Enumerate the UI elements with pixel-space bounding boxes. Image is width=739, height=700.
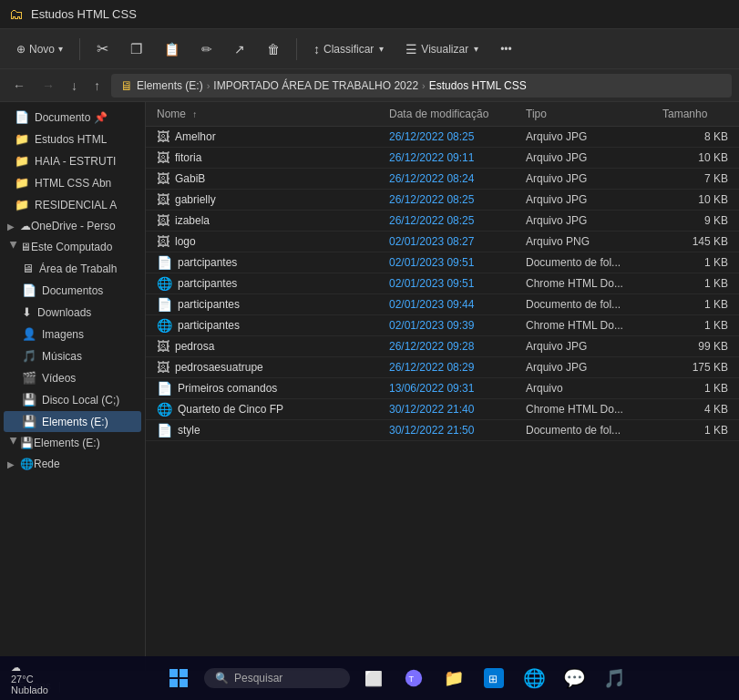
sidebar-item-documentos[interactable]: 📄 Documentos xyxy=(4,280,141,301)
explorer-icon[interactable]: 📁 xyxy=(437,662,470,695)
table-row[interactable]: 🖼 Amelhor 26/12/2022 08:25 Arquivo JPG 8… xyxy=(146,127,739,148)
file-size-cell: 1 KB xyxy=(659,319,732,332)
file-size-cell: 10 KB xyxy=(659,193,732,206)
jpg-file-icon: 🖼 xyxy=(157,339,169,354)
file-date: 26/12/2022 08:24 xyxy=(389,172,474,185)
file-name-cell: 🖼 fitoria xyxy=(153,150,385,165)
file-date-cell: 26/12/2022 08:29 xyxy=(385,361,522,374)
jpg-file-icon: 🖼 xyxy=(157,360,169,375)
delete-button[interactable]: 🗑 xyxy=(258,37,289,61)
table-row[interactable]: 🌐 participantes 02/01/2023 09:39 Chrome … xyxy=(146,315,739,336)
paste-button[interactable]: 📋 xyxy=(155,37,189,61)
sidebar-item-onedrive[interactable]: ▶ ☁ OneDrive - Perso xyxy=(4,216,141,236)
file-type: Documento de fol... xyxy=(526,424,621,437)
sidebar-item-este-computador[interactable]: ▶ 🖥 Este Computado xyxy=(4,237,141,257)
sidebar-item-elements-e-root[interactable]: ▶ 💾 Elements (E:) xyxy=(4,433,141,453)
whatsapp-icon[interactable]: 💬 xyxy=(558,662,590,695)
cut-button[interactable]: ✂ xyxy=(87,36,118,62)
file-type: Arquivo JPG xyxy=(526,172,587,185)
sidebar-item-area-trabalho[interactable]: 🖥 Área de Trabalh xyxy=(4,258,141,279)
file-name: logo xyxy=(175,235,196,248)
sidebar-item-haia[interactable]: 📁 HAIA - ESTRUTI xyxy=(4,150,141,171)
file-name: Primeiros comandos xyxy=(178,382,277,395)
file-date: 26/12/2022 08:25 xyxy=(389,130,474,143)
sidebar-item-musicas[interactable]: 🎵 Músicas xyxy=(4,345,141,366)
share-button[interactable]: ↗ xyxy=(225,37,254,61)
new-button[interactable]: ⊕ Novo ▾ xyxy=(7,38,72,60)
file-name-cell: 📄 partcipantes xyxy=(153,255,385,270)
col-header-nome[interactable]: Nome ↑ xyxy=(153,108,385,120)
table-row[interactable]: 📄 participantes 02/01/2023 09:44 Documen… xyxy=(146,294,739,315)
file-type: Documento de fol... xyxy=(526,298,621,311)
chrome-icon[interactable]: 🌐 xyxy=(518,662,550,695)
sidebar-item-imagens[interactable]: 👤 Imagens xyxy=(4,324,141,345)
col-header-data[interactable]: Data de modificação xyxy=(385,108,522,120)
breadcrumb-importado[interactable]: IMPORTADO ÁREA DE TRABALHO 2022 xyxy=(213,79,418,92)
file-name: pedrosa xyxy=(175,340,214,353)
table-row[interactable]: 🖼 gabrielly 26/12/2022 08:25 Arquivo JPG… xyxy=(146,190,739,211)
file-type: Documento de fol... xyxy=(526,256,621,269)
table-row[interactable]: 📄 style 30/12/2022 21:50 Documento de fo… xyxy=(146,420,739,441)
file-size: 4 KB xyxy=(704,403,728,416)
down-button[interactable]: ↓ xyxy=(66,75,83,97)
back-button[interactable]: ← xyxy=(7,75,31,97)
up-button[interactable]: ↑ xyxy=(88,75,106,97)
sidebar-item-videos[interactable]: 🎬 Vídeos xyxy=(4,367,141,388)
estudos-html-icon: 📁 xyxy=(15,132,29,146)
col-header-tamanho[interactable]: Tamanho xyxy=(659,108,732,120)
task-view-button[interactable]: ⬜ xyxy=(357,662,390,695)
sidebar-item-elements-e-nested[interactable]: 💾 Elements (E:) xyxy=(4,411,141,432)
breadcrumb[interactable]: 🖥 Elements (E:) › IMPORTADO ÁREA DE TRAB… xyxy=(111,74,732,98)
sort-button[interactable]: ↕ Classificar xyxy=(304,37,393,61)
file-type-cell: Documento de fol... xyxy=(522,256,659,269)
table-row[interactable]: 🖼 izabela 26/12/2022 08:25 Arquivo JPG 9… xyxy=(146,211,739,232)
toolbar-separator-2 xyxy=(296,38,297,60)
file-date-cell: 02/01/2023 08:27 xyxy=(385,235,522,248)
rename-button[interactable]: ✏ xyxy=(192,37,221,61)
table-row[interactable]: 📄 partcipantes 02/01/2023 09:51 Document… xyxy=(146,252,739,273)
new-dropdown-icon: ▾ xyxy=(58,44,63,54)
view-button[interactable]: ☰ Visualizar xyxy=(396,37,488,61)
spotify-icon[interactable]: 🎵 xyxy=(598,662,631,695)
table-row[interactable]: 📄 Primeiros comandos 13/06/2022 09:31 Ar… xyxy=(146,378,739,399)
file-name-cell: 🖼 logo xyxy=(153,234,385,249)
sidebar-item-estudos-html[interactable]: 📁 Estudos HTML xyxy=(4,129,141,149)
table-row[interactable]: 🖼 fitoria 26/12/2022 09:11 Arquivo JPG 1… xyxy=(146,148,739,169)
search-text: Pesquisar xyxy=(234,672,282,685)
file-type: Arquivo PNG xyxy=(526,235,590,248)
search-bar[interactable]: 🔍 Pesquisar xyxy=(204,668,350,688)
sidebar-item-downloads[interactable]: ⬇ Downloads xyxy=(4,302,141,323)
sidebar-item-documento-pin[interactable]: 📄 Documento 📌 xyxy=(4,107,141,128)
sidebar-item-rede[interactable]: ▶ 🌐 Rede xyxy=(4,454,141,474)
titlebar-title: Estudos HTML CSS xyxy=(31,7,137,21)
file-type: Arquivo JPG xyxy=(526,151,587,164)
doc-file-icon: 📄 xyxy=(157,255,172,270)
table-row[interactable]: 🖼 pedrosa 26/12/2022 09:28 Arquivo JPG 9… xyxy=(146,336,739,357)
sidebar-item-html-css[interactable]: 📁 HTML CSS Abn xyxy=(4,172,141,193)
file-type-cell: Documento de fol... xyxy=(522,424,659,437)
table-row[interactable]: 🌐 partcipantes 02/01/2023 09:51 Chrome H… xyxy=(146,273,739,294)
documentos-icon: 📄 xyxy=(22,283,36,297)
more-button[interactable]: ••• xyxy=(491,38,521,60)
table-row[interactable]: 🖼 GabiB 26/12/2022 08:24 Arquivo JPG 7 K… xyxy=(146,169,739,190)
col-header-tipo[interactable]: Tipo xyxy=(522,108,659,120)
copy-button[interactable]: ❐ xyxy=(121,36,151,62)
teams-icon[interactable]: T xyxy=(397,662,430,695)
forward-button[interactable]: → xyxy=(36,75,60,97)
file-type: Arquivo JPG xyxy=(526,361,587,374)
table-row[interactable]: 🌐 Quarteto de Cinco FP 30/12/2022 21:40 … xyxy=(146,399,739,420)
table-row[interactable]: 🖼 logo 02/01/2023 08:27 Arquivo PNG 145 … xyxy=(146,232,739,252)
sidebar: 📄 Documento 📌 📁 Estudos HTML 📁 HAIA - ES… xyxy=(0,102,146,671)
more-icon: ••• xyxy=(500,43,512,56)
breadcrumb-estudos[interactable]: Estudos HTML CSS xyxy=(429,79,527,92)
table-row[interactable]: 🖼 pedrosaesuatrupe 26/12/2022 08:29 Arqu… xyxy=(146,357,739,378)
sidebar-item-disco-c[interactable]: 💾 Disco Local (C;) xyxy=(4,389,141,410)
elements-e-expand-icon: ▶ xyxy=(9,437,19,449)
breadcrumb-elements[interactable]: Elements (E:) xyxy=(137,79,203,92)
windows-button[interactable] xyxy=(160,660,197,696)
store-icon[interactable]: ⊞ xyxy=(477,662,510,695)
file-size-cell: 8 KB xyxy=(659,130,732,143)
file-date-cell: 02/01/2023 09:39 xyxy=(385,319,522,332)
sidebar-item-residencial[interactable]: 📁 RESIDENCIAL A xyxy=(4,194,141,215)
file-date: 02/01/2023 09:39 xyxy=(389,319,474,332)
